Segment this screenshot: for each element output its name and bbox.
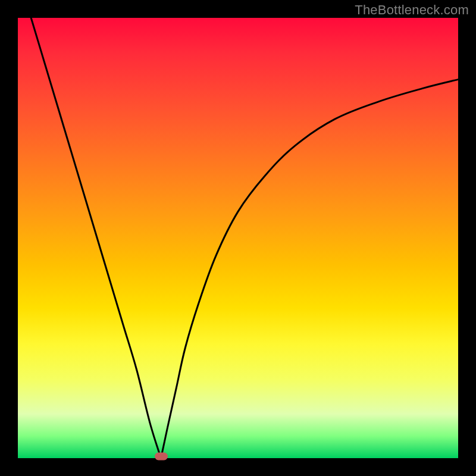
curve-left-branch — [31, 18, 161, 458]
min-point-marker — [155, 453, 168, 461]
outer-frame: TheBottleneck.com — [0, 0, 476, 476]
bottleneck-curve — [18, 18, 458, 458]
curve-right-branch — [161, 80, 459, 458]
watermark-text: TheBottleneck.com — [355, 2, 469, 18]
plot-area — [18, 18, 458, 458]
